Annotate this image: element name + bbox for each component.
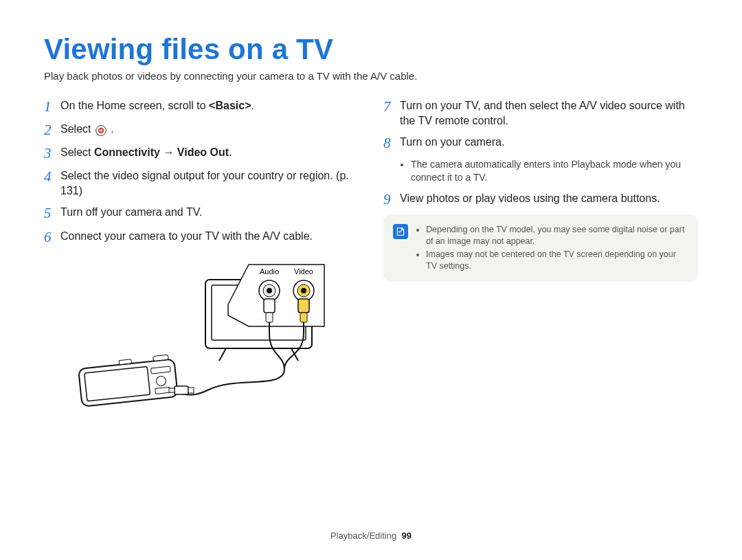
page-footer: Playback/Editing 99 xyxy=(0,530,742,541)
right-column: 7Turn on your TV, and then select the A/… xyxy=(383,94,698,421)
step-number: 6 xyxy=(44,229,60,245)
left-steps-list: 1On the Home screen, scroll to <Basic>.2… xyxy=(44,98,359,245)
svg-rect-21 xyxy=(85,366,150,401)
svg-rect-24 xyxy=(155,387,171,394)
step-text: Select . xyxy=(60,122,359,137)
step-item: 1On the Home screen, scroll to <Basic>. xyxy=(44,98,359,115)
step-text: On the Home screen, scroll to <Basic>. xyxy=(60,98,359,113)
svg-rect-27 xyxy=(175,386,188,394)
connection-diagram: Audio Video xyxy=(65,252,359,421)
step-item: 6Connect your camera to your TV with the… xyxy=(44,229,359,245)
step-text: Turn on your camera. xyxy=(400,135,698,150)
audio-label: Audio xyxy=(260,267,279,276)
step-number: 3 xyxy=(44,145,60,161)
note-item: Depending on the TV model, you may see s… xyxy=(426,224,687,247)
note-icon xyxy=(393,224,408,239)
note-box: Depending on the TV model, you may see s… xyxy=(383,214,698,282)
svg-rect-15 xyxy=(266,313,273,322)
camera-icon xyxy=(78,354,194,406)
step-text: View photos or play videos using the cam… xyxy=(400,191,698,206)
content-columns: 1On the Home screen, scroll to <Basic>.2… xyxy=(44,94,698,421)
step-item: 5Turn off your camera and TV. xyxy=(44,205,359,221)
step-number: 4 xyxy=(44,168,60,185)
page-subtitle: Play back photos or videos by connecting… xyxy=(44,70,698,82)
note-list: Depending on the TV model, you may see s… xyxy=(426,223,687,273)
step-text: Connect your camera to your TV with the … xyxy=(60,229,359,244)
step-item: 9View photos or play videos using the ca… xyxy=(383,191,698,208)
step-number: 1 xyxy=(44,98,60,115)
step-text: Select the video signal output for your … xyxy=(60,168,359,198)
svg-rect-25 xyxy=(119,359,132,365)
footer-section: Playback/Editing xyxy=(330,530,396,541)
step-text: Turn off your camera and TV. xyxy=(60,205,359,220)
step-item: 4Select the video signal output for your… xyxy=(44,168,359,198)
step-sub-bullets: The camera automatically enters into Pla… xyxy=(411,158,698,184)
svg-rect-14 xyxy=(264,299,275,313)
manual-page: Viewing files on a TV Play back photos o… xyxy=(0,0,742,560)
footer-page-number: 99 xyxy=(401,530,411,541)
svg-rect-28 xyxy=(188,388,194,393)
step-number: 2 xyxy=(44,122,60,138)
step-text: Turn on your TV, and then select the A/V… xyxy=(400,98,698,128)
svg-rect-17 xyxy=(298,299,309,313)
page-title: Viewing files on a TV xyxy=(44,33,698,66)
left-column: 1On the Home screen, scroll to <Basic>.2… xyxy=(44,94,359,421)
svg-point-10 xyxy=(267,288,272,293)
step-number: 9 xyxy=(383,191,400,208)
step-number: 7 xyxy=(383,98,400,115)
step-number: 5 xyxy=(44,205,60,221)
step-item: 3Select Connectivity → Video Out. xyxy=(44,145,359,161)
svg-point-13 xyxy=(301,288,306,293)
step-number: 8 xyxy=(383,135,400,151)
video-label: Video xyxy=(294,267,313,276)
step-item: 8Turn on your camera. xyxy=(383,135,698,151)
step-item: 2Select . xyxy=(44,122,359,138)
select-icon xyxy=(95,125,106,136)
step-item: 7Turn on your TV, and then select the A/… xyxy=(383,98,698,128)
note-item: Images may not be centered on the TV scr… xyxy=(426,249,687,272)
svg-rect-29 xyxy=(169,388,175,392)
right-steps-list: 7Turn on your TV, and then select the A/… xyxy=(383,98,698,208)
svg-line-5 xyxy=(219,348,226,361)
svg-rect-18 xyxy=(300,313,307,322)
svg-point-2 xyxy=(100,129,102,131)
av-panel-callout: Audio Video xyxy=(228,265,324,333)
step-text: Select Connectivity → Video Out. xyxy=(60,145,359,160)
sub-bullet: The camera automatically enters into Pla… xyxy=(411,158,698,184)
